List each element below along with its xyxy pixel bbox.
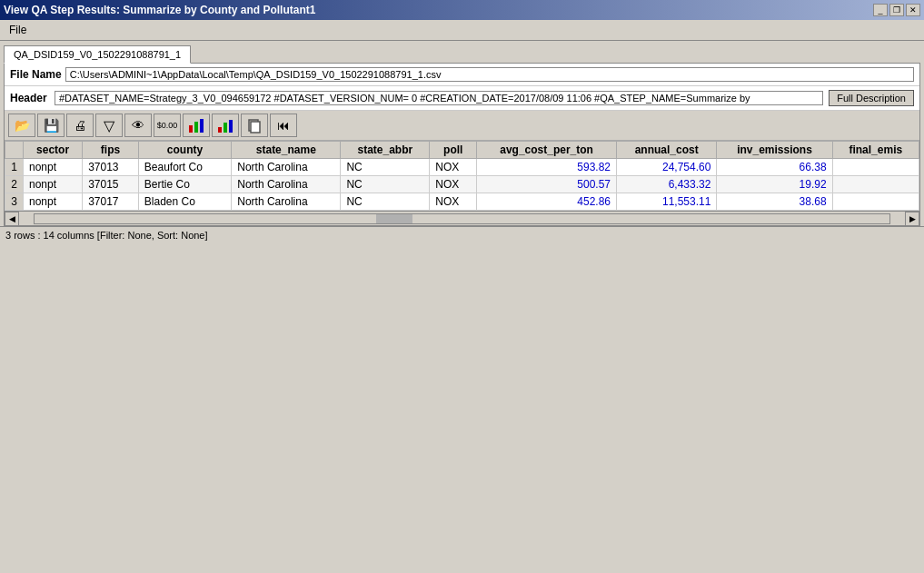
close-button[interactable]: ✕ <box>906 4 920 16</box>
header-row: Header #DATASET_NAME=Strategy_3_V0_09465… <box>5 86 919 111</box>
scroll-left-button[interactable]: ◀ <box>5 212 19 226</box>
bar-chart-icon[interactable] <box>183 114 210 137</box>
cell-county: Bertie Co <box>138 176 231 193</box>
row-number: 3 <box>5 193 24 211</box>
svg-rect-4 <box>224 123 227 133</box>
col-header-state-abbr[interactable]: state_abbr <box>341 142 430 159</box>
table-row: 2nonpt37015Bertie CoNorth CarolinaNCNOX5… <box>5 176 919 193</box>
header-value: #DATASET_NAME=Strategy_3_V0_094659172 #D… <box>55 91 823 105</box>
col-header-sector[interactable]: sector <box>24 142 83 159</box>
cell-inv_emissions: 66.38 <box>717 159 832 176</box>
window-controls: _ ❐ ✕ <box>873 4 920 16</box>
col-header-state-name[interactable]: state_name <box>232 142 341 159</box>
cell-county: Bladen Co <box>138 193 231 211</box>
col-header-rownum <box>5 142 24 159</box>
horizontal-scrollbar[interactable]: ◀ ▶ <box>5 211 919 225</box>
cell-fips: 37013 <box>83 159 139 176</box>
open-icon[interactable]: 📂 <box>8 114 35 137</box>
cell-annual_cost: 11,553.11 <box>617 193 717 211</box>
col-header-final-emis[interactable]: final_emis <box>832 142 919 159</box>
table-row: 1nonpt37013Beaufort CoNorth CarolinaNCNO… <box>5 159 919 176</box>
table-container[interactable]: sector fips county state_name state_abbr… <box>5 141 919 211</box>
restore-button[interactable]: ❐ <box>889 4 904 16</box>
scroll-track[interactable] <box>34 213 890 224</box>
row-number: 2 <box>5 176 24 193</box>
rewind-icon[interactable]: ⏮ <box>270 114 297 137</box>
status-bar: 3 rows : 14 columns [Filter: None, Sort:… <box>0 226 924 243</box>
cell-state_name: North Carolina <box>232 176 341 193</box>
dollar-icon[interactable]: $0.00 <box>154 114 181 137</box>
cell-sector: nonpt <box>24 193 83 211</box>
cell-inv_emissions: 19.92 <box>717 176 832 193</box>
file-menu[interactable]: File <box>4 22 32 38</box>
svg-rect-7 <box>251 122 260 133</box>
minimize-button[interactable]: _ <box>873 4 888 16</box>
svg-rect-0 <box>189 125 193 133</box>
col-header-poll[interactable]: poll <box>430 142 477 159</box>
save-icon[interactable]: 💾 <box>37 114 65 137</box>
cell-final_emis <box>832 176 919 193</box>
cell-fips: 37017 <box>83 193 139 211</box>
cell-state_abbr: NC <box>341 193 430 211</box>
print-icon[interactable]: 🖨 <box>66 114 94 137</box>
cell-sector: nonpt <box>24 159 83 176</box>
cell-sector: nonpt <box>24 176 83 193</box>
cell-final_emis <box>832 193 919 211</box>
filter-icon[interactable]: ▽ <box>95 114 123 137</box>
scroll-right-button[interactable]: ▶ <box>905 212 919 226</box>
svg-rect-5 <box>229 120 233 133</box>
tab-bar: QA_DSID159_V0_1502291088791_1 <box>0 41 924 63</box>
content-area: File Name C:\Users\ADMINI~1\AppData\Loca… <box>4 63 920 226</box>
file-name-label: File Name <box>10 68 62 81</box>
col-header-inv-emissions[interactable]: inv_emissions <box>717 142 832 159</box>
cell-avg_cost_per_ton: 452.86 <box>477 193 617 211</box>
full-description-button[interactable]: Full Description <box>829 90 914 106</box>
cell-poll: NOX <box>430 159 477 176</box>
svg-rect-1 <box>194 122 198 133</box>
scroll-thumb[interactable] <box>376 214 412 223</box>
row-number: 1 <box>5 159 24 176</box>
cell-avg_cost_per_ton: 500.57 <box>477 176 617 193</box>
cell-state_abbr: NC <box>341 159 430 176</box>
cell-annual_cost: 6,433.32 <box>617 176 717 193</box>
cell-final_emis <box>832 159 919 176</box>
svg-rect-2 <box>200 119 204 133</box>
cell-poll: NOX <box>430 176 477 193</box>
col-header-annual-cost[interactable]: annual_cost <box>617 142 717 159</box>
col-header-county[interactable]: county <box>138 142 231 159</box>
title-text: View QA Step Results: Summarize by Count… <box>4 4 315 16</box>
cell-state_name: North Carolina <box>232 193 341 211</box>
cell-state_name: North Carolina <box>232 159 341 176</box>
menu-bar: File <box>0 20 924 41</box>
file-name-value: C:\Users\ADMINI~1\AppData\Local\Temp\QA_… <box>65 67 914 82</box>
header-label: Header <box>10 92 51 104</box>
main-tab[interactable]: QA_DSID159_V0_1502291088791_1 <box>4 45 191 64</box>
cell-avg_cost_per_ton: 593.82 <box>477 159 617 176</box>
status-text: 3 rows : 14 columns [Filter: None, Sort:… <box>5 230 208 241</box>
col-header-avg-cost-per-ton[interactable]: avg_cost_per_ton <box>477 142 617 159</box>
cell-inv_emissions: 38.68 <box>717 193 832 211</box>
title-bar: View QA Step Results: Summarize by Count… <box>0 0 924 20</box>
svg-rect-3 <box>218 127 222 133</box>
cell-poll: NOX <box>430 193 477 211</box>
file-name-row: File Name C:\Users\ADMINI~1\AppData\Loca… <box>5 64 919 86</box>
copy-icon[interactable] <box>241 114 268 137</box>
cell-county: Beaufort Co <box>138 159 231 176</box>
data-table: sector fips county state_name state_abbr… <box>5 141 919 211</box>
view-icon[interactable]: 👁 <box>124 114 152 137</box>
cell-fips: 37015 <box>83 176 139 193</box>
cell-state_abbr: NC <box>341 176 430 193</box>
table-row: 3nonpt37017Bladen CoNorth CarolinaNCNOX4… <box>5 193 919 211</box>
col-header-fips[interactable]: fips <box>83 142 139 159</box>
cell-annual_cost: 24,754.60 <box>617 159 717 176</box>
chart2-icon[interactable] <box>212 114 239 137</box>
toolbar: 📂 💾 🖨 ▽ 👁 $0.00 <box>5 111 919 141</box>
